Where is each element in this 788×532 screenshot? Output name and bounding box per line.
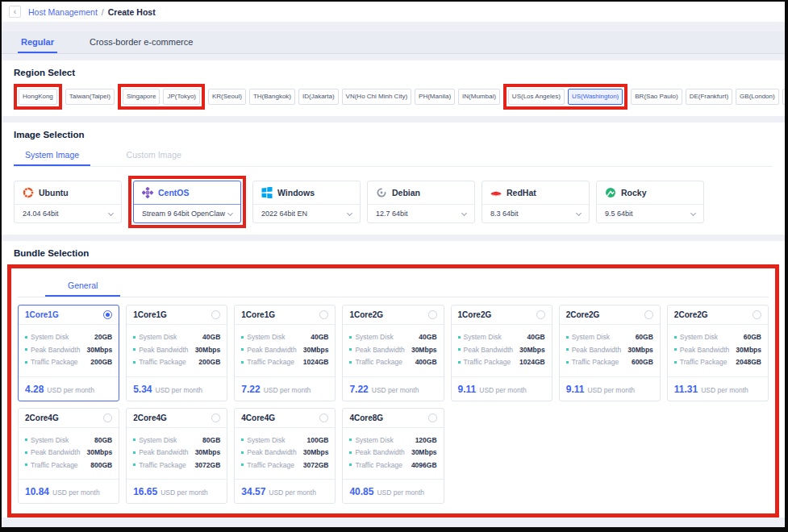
radio-checked-icon[interactable] [103,310,112,319]
plan-card-2core4g-a[interactable]: 2Core4G System Disk80GB Peak Bandwidth30… [18,408,119,505]
plan-price-suffix: USD per month [269,488,316,497]
spec-value-system-disk: 120GB [415,437,437,444]
region-option-sao-paulo[interactable]: BR(Sao Paulo) [631,89,682,105]
plan-card-2core2g-a[interactable]: 2Core2G System Disk60GB Peak Bandwidth30… [559,305,661,401]
os-version: 2022 64bit EN [261,210,307,218]
spec-value-traffic: 3072GB [303,462,329,469]
region-option-seoul[interactable]: KR(Seoul) [208,89,246,105]
radio-icon[interactable] [211,414,220,422]
region-option-ho-chi-minh[interactable]: VN(Ho Chi Minh City) [342,89,411,105]
region-option-los-angeles[interactable]: US(Los Angeles) [508,89,565,105]
tab-regular[interactable]: Regular [18,31,57,53]
plan-name: 1Core2G [349,310,383,319]
os-version: 24.04 64bit [23,210,59,218]
os-name: Debian [392,188,420,197]
region-option-manila[interactable]: PH(Manila) [415,89,455,105]
plan-price-value: 7.22 [241,384,260,395]
region-option-singapore[interactable]: Singapore [123,89,160,105]
plan-price-value: 4.28 [25,384,44,395]
bundle-selection-title: Bundle Selection [14,248,773,258]
bullet-icon [458,336,461,339]
annotation-box-centos: CentOS Stream 9 64bit OpenClaw [128,176,246,228]
radio-icon[interactable] [536,310,545,319]
os-card-windows[interactable]: Windows 2022 64bit EN [252,181,361,223]
plan-card-1core2g-b[interactable]: 1Core2G System Disk40GB Peak Bandwidth30… [451,305,552,401]
os-version-select[interactable]: 2022 64bit EN [253,204,360,222]
os-card-rocky[interactable]: Rocky 9.5 64bit [596,181,704,223]
tab-cross-border[interactable]: Cross-border e-commerce [86,31,196,53]
os-version-select[interactable]: Stream 9 64bit OpenClaw [134,204,240,222]
spec-label-system-disk: System Disk [139,437,177,444]
spec-label-traffic: Traffic Package [31,359,78,366]
spec-label-traffic: Traffic Package [247,359,294,366]
region-option-dubai[interactable]: AE(Dubai) [782,89,788,105]
os-card-debian[interactable]: Debian 12.7 64bit [367,181,475,223]
os-card-centos[interactable]: CentOS Stream 9 64bit OpenClaw [133,181,241,223]
radio-icon[interactable] [103,414,112,422]
spec-label-system-disk: System Disk [680,334,718,341]
region-option-jakarta[interactable]: ID(Jakarta) [298,89,339,105]
region-option-washington[interactable]: US(Washington) [568,89,623,105]
radio-icon[interactable] [319,310,328,319]
bullet-icon [458,361,461,364]
region-option-bangkok[interactable]: TH(Bangkok) [249,89,295,105]
spec-value-bandwidth: 30Mbps [86,347,112,354]
region-option-london[interactable]: GB(London) [736,89,779,105]
bullet-icon [241,336,244,339]
spec-value-bandwidth: 30Mbps [627,347,653,354]
bullet-icon [25,438,27,441]
plan-card-2core2g-b[interactable]: 2Core2G System Disk60GB Peak Bandwidth30… [667,305,769,401]
plan-name: 2Core2G [674,310,708,319]
spec-label-system-disk: System Disk [247,334,285,341]
annotation-box-hongkong: HongKong [14,84,62,110]
plan-card-1core1g-b[interactable]: 1Core1G System Disk40GB Peak Bandwidth30… [126,305,227,401]
bullet-icon [349,438,352,441]
radio-icon[interactable] [211,310,220,319]
plan-card-4core4g[interactable]: 4Core4G System Disk100GB Peak Bandwidth3… [234,408,336,505]
os-card-redhat[interactable]: RedHat 8.3 64bit [482,181,590,223]
region-option-frankfurt[interactable]: DE(Frankfurt) [686,89,732,105]
plan-card-1core2g-a[interactable]: 1Core2G System Disk40GB Peak Bandwidth30… [342,305,444,401]
plan-name: 2Core4G [25,414,59,422]
radio-icon[interactable] [753,310,761,319]
region-option-taiwan[interactable]: Taiwan(Taipei) [65,89,115,105]
plan-price-value: 7.22 [349,384,368,395]
spec-value-system-disk: 80GB [202,437,220,444]
spec-value-traffic: 3072GB [195,462,221,469]
back-button[interactable]: ‹ [9,6,21,18]
spec-label-bandwidth: Peak Bandwidth [139,449,188,456]
os-version-select[interactable]: 9.5 64bit [597,204,703,222]
radio-icon[interactable] [428,310,437,319]
region-option-hongkong[interactable]: HongKong [19,89,57,105]
tab-system-image[interactable]: System Image [14,146,90,166]
region-option-tokyo[interactable]: JP(Tokyo) [163,89,200,105]
plan-card-1core1g-c[interactable]: 1Core1G System Disk40GB Peak Bandwidth30… [234,305,336,401]
plan-card-2core4g-b[interactable]: 2Core4G System Disk80GB Peak Bandwidth30… [126,408,227,505]
plan-card-4core8g[interactable]: 4Core8G System Disk120GB Peak Bandwidth3… [342,408,444,505]
os-version: 12.7 64bit [376,210,408,218]
spec-value-system-disk: 100GB [306,437,328,444]
tab-custom-image[interactable]: Custom Image [115,146,193,166]
spec-label-traffic: Traffic Package [572,359,619,366]
tab-general[interactable]: General [45,275,120,297]
radio-icon[interactable] [428,414,437,422]
bullet-icon [133,348,136,351]
os-card-ubuntu[interactable]: Ubuntu 24.04 64bit [14,181,122,223]
plan-card-1core1g-a[interactable]: 1Core1G System Disk20GB Peak Bandwidth30… [18,305,119,401]
region-options-row: HongKong Taiwan(Taipei) Singapore JP(Tok… [14,84,773,110]
radio-icon[interactable] [644,310,653,319]
region-option-mumbai[interactable]: IN(Mumbai) [458,89,500,105]
plan-price-value: 40.85 [349,486,373,497]
os-version-select[interactable]: 8.3 64bit [482,204,589,222]
bullet-icon [133,336,136,339]
spec-value-traffic: 800GB [90,462,112,469]
spec-value-bandwidth: 30Mbps [86,449,112,456]
bullet-icon [566,336,569,339]
breadcrumb-bar: ‹ Host Management / Create Host [2,2,785,22]
os-version-select[interactable]: 12.7 64bit [368,204,474,222]
radio-icon[interactable] [319,414,328,422]
annotation-box-us-regions: US(Los Angeles) US(Washington) [503,84,627,110]
spec-label-traffic: Traffic Package [139,359,186,366]
os-version-select[interactable]: 24.04 64bit [15,204,121,222]
breadcrumb-link-host-management[interactable]: Host Management [28,7,98,17]
